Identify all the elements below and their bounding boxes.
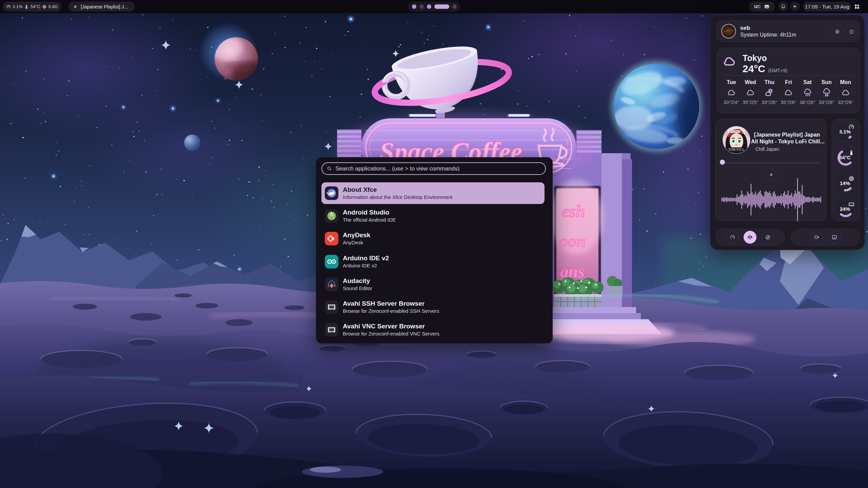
svg-text:54°C: 54°C bbox=[839, 155, 851, 160]
svg-text:esh: esh bbox=[561, 202, 585, 221]
svg-text:ans: ans bbox=[560, 262, 585, 281]
svg-text:24%: 24% bbox=[840, 206, 850, 212]
svg-text:14%: 14% bbox=[840, 180, 850, 186]
svg-text:3.1%: 3.1% bbox=[839, 129, 851, 135]
svg-text:oon: oon bbox=[559, 231, 586, 250]
